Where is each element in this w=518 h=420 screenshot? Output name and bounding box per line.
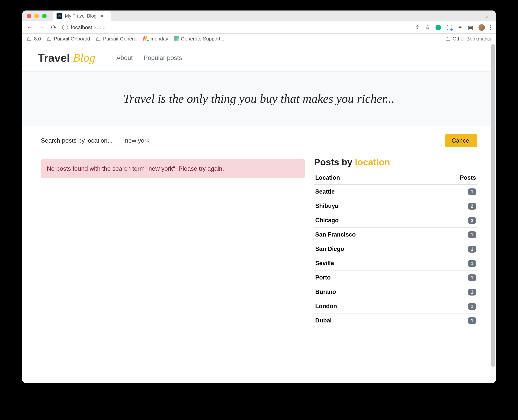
bookmark-label: monday — [151, 36, 168, 42]
count-cell: 1 — [428, 285, 477, 299]
bookmark-monday[interactable]: monday — [143, 36, 168, 42]
table-row[interactable]: Dubai1 — [314, 314, 477, 328]
sidebar-column: Posts by location Location Posts Seattle… — [314, 155, 477, 328]
sidebar-title-accent: location — [355, 157, 390, 167]
count-badge: 1 — [468, 188, 476, 195]
folder-icon: 🗀 — [445, 36, 451, 42]
nav-popular[interactable]: Popular posts — [144, 54, 182, 61]
count-badge: 1 — [468, 231, 476, 238]
table-row[interactable]: Porto1 — [314, 270, 477, 285]
folder-icon: 🗀 — [27, 36, 32, 42]
folder-icon: 🗀 — [47, 36, 52, 42]
traffic-lights — [27, 14, 47, 18]
bookmark-star-icon[interactable]: ☆ — [425, 24, 430, 31]
bookmark-generate[interactable]: Generate Support... — [174, 36, 224, 42]
react-favicon-icon: ⚛ — [57, 13, 62, 19]
location-cell: Burano — [314, 285, 428, 299]
extension-grammarly-icon[interactable] — [435, 25, 441, 30]
location-cell: London — [314, 299, 428, 314]
tab-title: My Travel Blog — [65, 13, 96, 19]
window-maximize-button[interactable] — [42, 14, 47, 18]
url-text: localhost:3000 — [71, 24, 106, 30]
nav-about[interactable]: About — [116, 54, 133, 61]
bookmark-other[interactable]: 🗀 Other Bookmarks — [445, 36, 491, 42]
back-button[interactable]: ← — [27, 24, 33, 31]
bookmark-folder[interactable]: 🗀 Pursuit General — [96, 36, 137, 42]
results-column: No posts found with the search term "new… — [41, 155, 305, 328]
sidebar-title: Posts by location — [314, 157, 477, 167]
folder-icon: 🗀 — [96, 36, 101, 42]
new-tab-button[interactable]: + — [111, 12, 122, 20]
error-banner: No posts found with the search term "new… — [41, 159, 305, 178]
reload-button[interactable]: ⟳ — [50, 24, 57, 31]
forward-button[interactable]: → — [38, 24, 45, 31]
bookmark-label: Generate Support... — [181, 36, 224, 42]
tabs-dropdown-button[interactable]: ⌄ — [485, 13, 491, 19]
bookmark-bar: 🗀 8.0 🗀 Pursuit Onboard 🗀 Pursuit Genera… — [22, 34, 496, 44]
bookmark-label: Other Bookmarks — [453, 36, 491, 42]
share-icon[interactable]: ⇪ — [415, 24, 420, 31]
page-content: Travel Blog About Popular posts Travel i… — [22, 44, 496, 383]
window-close-button[interactable] — [27, 14, 31, 18]
tab-close-button[interactable]: × — [99, 13, 105, 19]
table-row[interactable]: San Diego1 — [314, 242, 477, 256]
url-bar: ← → ⟳ i localhost:3000 ⇪ ☆ ✦ ▣ — [22, 21, 496, 34]
table-row[interactable]: Seattle1 — [314, 184, 477, 199]
browser-tab[interactable]: ⚛ My Travel Blog × — [53, 11, 111, 21]
th-location: Location — [314, 171, 428, 184]
address-bar[interactable]: i localhost:3000 — [62, 24, 410, 30]
gradient-icon — [174, 36, 179, 41]
location-cell: Dubai — [314, 314, 428, 328]
count-badge: 1 — [468, 289, 476, 296]
nav-links: About Popular posts — [116, 54, 182, 61]
extensions-puzzle-icon[interactable]: ✦ — [458, 24, 462, 31]
table-row[interactable]: Chicago2 — [314, 213, 477, 228]
bookmark-label: Pursuit General — [103, 36, 137, 42]
search-section: Search posts by location... Cancel — [22, 126, 496, 155]
search-label: Search posts by location... — [41, 137, 113, 144]
location-cell: San Diego — [314, 242, 428, 256]
th-posts: Posts — [428, 171, 477, 184]
sidebar-title-prefix: Posts by — [314, 157, 355, 167]
count-badge: 2 — [468, 217, 476, 224]
window-minimize-button[interactable] — [34, 14, 39, 18]
bookmark-folder[interactable]: 🗀 8.0 — [27, 36, 41, 42]
browser-window: ⚛ My Travel Blog × + ⌄ ← → ⟳ i localhost… — [22, 10, 496, 383]
count-cell: 1 — [428, 228, 477, 242]
count-cell: 2 — [428, 199, 477, 213]
logo-script: Blog — [73, 51, 95, 64]
title-bar: ⚛ My Travel Blog × + ⌄ — [22, 10, 496, 21]
count-cell: 1 — [428, 242, 477, 256]
table-row[interactable]: Sevilla1 — [314, 256, 477, 270]
scrollbar-thumb[interactable] — [491, 44, 495, 367]
count-badge: 1 — [468, 303, 476, 310]
bookmark-label: Pursuit Onboard — [54, 36, 90, 42]
url-actions: ⇪ ☆ ✦ ▣ — [415, 24, 491, 31]
side-panel-icon[interactable]: ▣ — [468, 24, 473, 31]
count-badge: 2 — [468, 203, 476, 210]
location-cell: Shibuya — [314, 199, 428, 213]
main-columns: No posts found with the search term "new… — [22, 155, 496, 328]
cancel-button[interactable]: Cancel — [445, 134, 477, 147]
bookmark-label: 8.0 — [34, 36, 41, 42]
logo-main: Travel — [38, 52, 70, 64]
table-row[interactable]: San Francisco1 — [314, 228, 477, 242]
search-input[interactable] — [120, 134, 438, 147]
table-row[interactable]: Shibuya2 — [314, 199, 477, 213]
bookmark-folder[interactable]: 🗀 Pursuit Onboard — [47, 36, 90, 42]
chrome-menu-button[interactable] — [490, 25, 491, 30]
count-cell: 1 — [428, 184, 477, 199]
table-row[interactable]: London1 — [314, 299, 477, 314]
location-cell: Sevilla — [314, 256, 428, 270]
page-wrapper: Travel Blog About Popular posts Travel i… — [22, 44, 496, 383]
count-cell: 1 — [428, 314, 477, 328]
site-logo[interactable]: Travel Blog — [38, 51, 95, 65]
count-badge: 1 — [468, 317, 476, 324]
extension-eye-icon[interactable] — [447, 25, 452, 30]
page-scrollbar[interactable] — [490, 44, 496, 383]
table-row[interactable]: Burano1 — [314, 285, 477, 299]
locations-table: Location Posts Seattle1Shibuya2Chicago2S… — [314, 171, 477, 328]
count-cell: 1 — [428, 299, 477, 314]
profile-avatar[interactable] — [479, 24, 485, 31]
site-info-icon[interactable]: i — [62, 25, 68, 30]
